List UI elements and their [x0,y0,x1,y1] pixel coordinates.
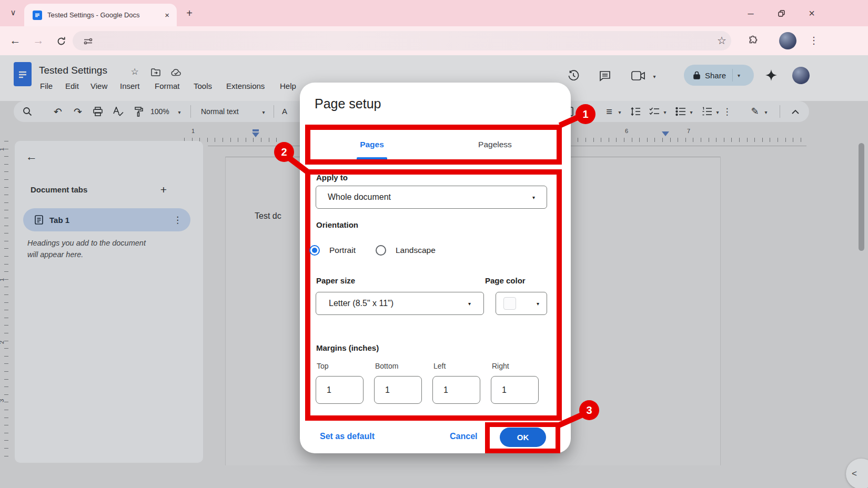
show-side-panel-button[interactable]: < [846,459,868,488]
margin-bottom-input[interactable] [374,376,422,404]
doc-title[interactable]: Tested Settings [39,65,107,76]
menu-insert[interactable]: Insert [120,82,140,90]
redo-icon[interactable]: ↷ [72,105,84,118]
back-icon[interactable]: ← [7,33,23,48]
window-restore-button[interactable] [773,5,789,21]
paper-size-label: Paper size [316,276,355,285]
print-icon[interactable] [92,105,104,118]
window-minimize-button[interactable]: – [743,5,759,21]
annotation-badge-1: 1 [576,104,596,124]
share-divider [732,69,733,82]
indent-bar-marker[interactable] [253,129,259,131]
editing-mode-pen-icon[interactable]: ✎ [749,105,761,118]
styles-caret-icon[interactable]: ▾ [260,109,267,115]
ok-button[interactable]: OK [500,428,546,447]
left-indent-marker[interactable] [252,133,259,137]
tab-pageless[interactable]: Pageless [433,130,557,159]
mode-caret-icon[interactable]: ▾ [763,109,769,115]
menu-view[interactable]: View [90,82,107,90]
hruler-num-6: 6 [625,128,628,134]
align-icon[interactable]: ≡ [603,105,615,118]
spellcheck-icon[interactable] [112,105,125,118]
add-tab-icon[interactable]: + [157,183,170,197]
align-caret-icon[interactable]: ▾ [617,109,623,115]
styles-select[interactable]: Normal text [201,107,239,116]
menu-help[interactable]: Help [280,82,296,90]
browser-tab[interactable]: Tested Settings - Google Docs × [24,4,177,26]
apply-to-caret-icon: ▾ [532,195,535,200]
reload-icon[interactable] [54,34,68,48]
numbered-caret-icon[interactable]: ▾ [714,109,721,115]
meet-camera-icon[interactable] [630,69,646,83]
browser-menu-kebab-icon[interactable]: ⋮ [807,33,821,48]
line-spacing-icon[interactable] [629,106,642,117]
docs-profile-avatar[interactable] [792,67,810,84]
browser-profile-avatar[interactable] [779,32,796,49]
docs-favicon [33,11,42,20]
sidebar-hint-line2: will appear here. [27,250,83,259]
share-caret-icon[interactable]: ▾ [738,73,740,78]
cloud-status-icon[interactable] [169,66,183,78]
search-icon[interactable] [21,105,34,118]
sidebar-item-tab1[interactable]: Tab 1 ⋮ [23,208,190,231]
comments-icon[interactable] [598,68,612,83]
close-panel-back-icon[interactable]: ← [24,149,39,164]
font-select[interactable]: A [282,107,287,116]
window-close-button[interactable]: × [804,5,820,21]
margin-top-input[interactable] [316,376,364,404]
menu-format[interactable]: Format [155,82,180,90]
extensions-icon[interactable] [746,33,761,48]
menu-tools[interactable]: Tools [194,82,212,90]
address-bar[interactable] [73,31,731,50]
numbered-list-icon[interactable] [701,106,713,117]
landscape-radio[interactable] [376,245,386,256]
menu-edit[interactable]: Edit [65,82,79,90]
doc-star-icon[interactable]: ☆ [128,65,141,78]
menu-file[interactable]: File [40,82,53,90]
document-text[interactable]: Test dc [255,211,281,221]
paper-size-value: Letter (8.5" x 11") [329,299,393,308]
landscape-label[interactable]: Landscape [396,246,436,255]
bulleted-caret-icon[interactable]: ▾ [688,109,694,115]
new-tab-button[interactable]: + [183,7,196,19]
tune-icon[interactable] [82,35,94,47]
version-history-icon[interactable] [566,68,581,83]
move-folder-icon[interactable] [149,66,162,78]
vruler-num-a: 1 [0,148,5,151]
panel-prev-icon: < [852,469,857,479]
undo-icon[interactable]: ↶ [52,105,64,118]
bookmark-star-icon[interactable]: ☆ [714,33,729,48]
cancel-button[interactable]: Cancel [450,432,477,441]
menu-extensions[interactable]: Extensions [226,82,265,90]
margin-top-label: Top [317,362,329,370]
portrait-radio[interactable] [309,245,320,256]
apply-to-select[interactable]: Whole document ▾ [316,186,547,209]
tab-search-chevron-icon[interactable]: ∨ [6,6,20,19]
docs-logo[interactable] [14,62,32,86]
checklist-caret-icon[interactable]: ▾ [662,109,668,115]
share-button[interactable]: Share ▾ [684,65,754,86]
tab-close-icon[interactable]: × [165,11,169,19]
paint-format-icon[interactable] [133,105,145,118]
hide-menus-chevron-icon[interactable] [789,106,802,117]
zoom-select[interactable]: 100% [150,107,169,116]
tab-pages[interactable]: Pages [310,130,433,159]
vertical-scrollbar-thumb[interactable] [859,143,864,251]
toolbar-divider [190,105,191,118]
zoom-caret-icon[interactable]: ▾ [176,109,183,115]
page-color-select[interactable]: ▾ [496,292,547,315]
tab1-kebab-icon[interactable]: ⋮ [173,215,182,226]
checklist-icon[interactable] [648,106,661,117]
margin-left-input[interactable] [432,376,480,404]
paper-size-select[interactable]: Letter (8.5" x 11") ▾ [316,292,484,315]
portrait-label[interactable]: Portrait [329,246,356,255]
set-as-default-button[interactable]: Set as default [320,432,375,441]
tab1-label: Tab 1 [49,216,69,225]
margin-right-input[interactable] [491,376,539,404]
bulleted-list-icon[interactable] [674,106,687,117]
meet-caret-icon[interactable]: ▾ [650,73,659,80]
forward-icon[interactable]: → [31,33,46,48]
gemini-sparkle-icon[interactable] [764,68,779,83]
toolbar-overflow-icon[interactable]: ⋮ [723,106,731,117]
right-indent-marker[interactable] [662,131,669,136]
